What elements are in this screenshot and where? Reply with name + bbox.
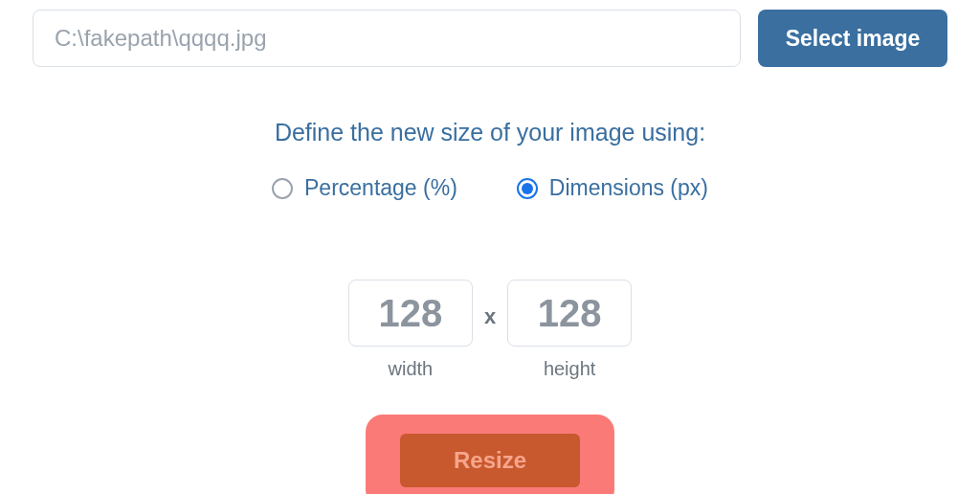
resize-button[interactable]: Resize bbox=[400, 434, 580, 487]
size-mode-radio-group: Percentage (%) Dimensions (px) bbox=[33, 175, 947, 201]
radio-option-dimensions[interactable]: Dimensions (px) bbox=[517, 175, 708, 201]
radio-option-percentage[interactable]: Percentage (%) bbox=[272, 175, 457, 201]
dimension-separator: x bbox=[484, 304, 496, 329]
height-group: height bbox=[507, 280, 632, 380]
height-input[interactable] bbox=[507, 280, 632, 347]
select-image-button[interactable]: Select image bbox=[758, 10, 947, 67]
radio-label-dimensions: Dimensions (px) bbox=[549, 175, 708, 201]
width-label: width bbox=[389, 358, 434, 380]
radio-icon bbox=[517, 178, 538, 199]
width-input[interactable] bbox=[348, 280, 473, 347]
dimensions-row: width x height bbox=[33, 280, 947, 380]
radio-label-percentage: Percentage (%) bbox=[304, 175, 457, 201]
radio-icon bbox=[272, 178, 293, 199]
instruction-text: Define the new size of your image using: bbox=[33, 119, 947, 146]
height-label: height bbox=[544, 358, 596, 380]
file-path-input[interactable] bbox=[33, 10, 741, 67]
file-select-row: Select image bbox=[33, 10, 947, 67]
resize-button-highlight: Resize bbox=[366, 415, 614, 494]
resize-button-wrapper: Resize bbox=[33, 415, 947, 494]
width-group: width bbox=[348, 280, 473, 380]
